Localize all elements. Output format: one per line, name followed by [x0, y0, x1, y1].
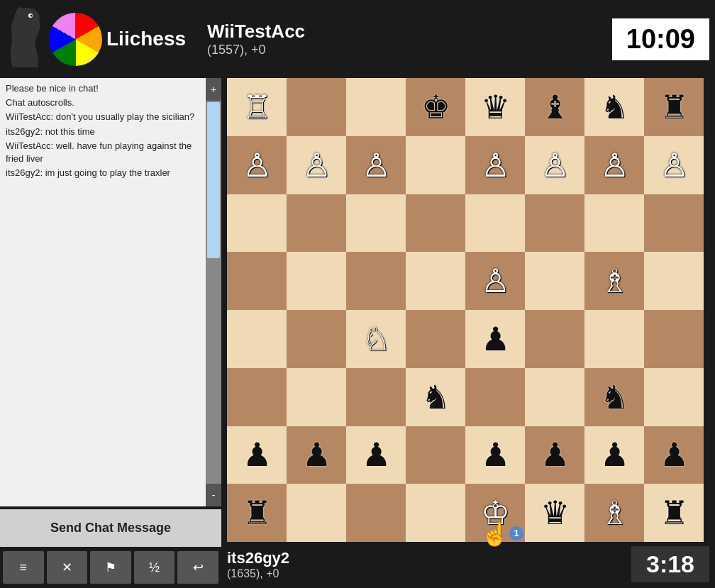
board-cell[interactable]: ♙: [644, 136, 704, 194]
chess-piece: ♟: [243, 438, 272, 471]
board-cell[interactable]: ♟: [346, 426, 406, 484]
board-cell[interactable]: [346, 194, 406, 253]
board-cell[interactable]: ♟: [465, 426, 525, 484]
resign-button[interactable]: ✕: [47, 551, 88, 584]
board-cell[interactable]: [644, 310, 704, 368]
board-cell[interactable]: [644, 194, 704, 253]
chess-piece: ♙: [660, 149, 689, 182]
board-cell[interactable]: ♙: [465, 136, 525, 194]
chess-piece: ♗: [600, 265, 629, 297]
board-cell[interactable]: [346, 484, 406, 542]
board-cell[interactable]: ♙: [525, 136, 584, 194]
board-cell[interactable]: [227, 252, 287, 310]
menu-button[interactable]: ≡: [3, 551, 44, 584]
scroll-up-button[interactable]: +: [206, 78, 221, 101]
undo-button[interactable]: ↩: [177, 551, 218, 584]
board-cell[interactable]: [287, 194, 346, 253]
board-cell[interactable]: ♖: [227, 78, 287, 136]
action-buttons: ≡ ✕ ⚑ ½ ↩: [0, 547, 221, 588]
chess-piece: ♟: [481, 323, 510, 355]
chess-piece: ♟: [541, 438, 570, 471]
board-cell[interactable]: ♟: [287, 426, 346, 484]
board-cell[interactable]: ♙: [584, 136, 644, 194]
board-cell[interactable]: [584, 310, 644, 368]
board-cell[interactable]: ♝: [525, 78, 584, 136]
chess-piece: ♟: [600, 438, 629, 471]
board-cell[interactable]: [584, 194, 644, 253]
board-cell[interactable]: ♜: [227, 484, 287, 542]
chess-piece: ♛: [541, 497, 570, 529]
scroll-thumb[interactable]: [207, 102, 220, 258]
board-cell[interactable]: ♟: [584, 426, 644, 484]
chess-piece: ♞: [600, 91, 629, 123]
board-cell[interactable]: [406, 252, 465, 310]
board-cell[interactable]: [227, 194, 287, 253]
board-cell[interactable]: [525, 252, 584, 310]
send-chat-button[interactable]: Send Chat Message: [0, 509, 221, 547]
board-cell[interactable]: [525, 194, 584, 253]
board-cell[interactable]: [525, 368, 584, 426]
board-cell[interactable]: [644, 368, 704, 426]
board-cell[interactable]: ♞: [584, 78, 644, 136]
board-cell[interactable]: ♜: [644, 484, 704, 542]
board-cell[interactable]: [406, 426, 465, 484]
left-panel: Please be nice in chat!Chat autoscrolls.…: [0, 78, 221, 588]
opponent-info: WiiTestAcc (1557), +0: [193, 21, 605, 57]
board-cell[interactable]: [287, 252, 346, 310]
chess-piece: ♗: [600, 497, 629, 529]
board-cell[interactable]: [525, 310, 584, 368]
board-cell[interactable]: [346, 252, 406, 310]
draw-button[interactable]: ½: [134, 551, 175, 584]
main-content: Please be nice in chat!Chat autoscrolls.…: [0, 78, 715, 588]
board-area: ♖♚♛♝♞♜♙♙♙♙♙♙♙♙♗♘♟♞♞♟♟♟♟♟♟♟♜♔☝1♛♗♜ its26g…: [221, 78, 715, 588]
board-cell[interactable]: [287, 368, 346, 426]
chat-area: Please be nice in chat!Chat autoscrolls.…: [0, 78, 221, 506]
chess-piece: ♙: [243, 149, 272, 182]
board-cell[interactable]: ♙: [227, 136, 287, 194]
chat-message: WiiTestAcc: don't you usually play the s…: [6, 111, 200, 123]
board-cell[interactable]: ♜: [644, 78, 704, 136]
chess-piece: ♜: [243, 497, 272, 529]
board-cell[interactable]: [227, 368, 287, 426]
board-cell[interactable]: [465, 194, 525, 253]
board-cell[interactable]: [287, 78, 346, 136]
flag-button[interactable]: ⚑: [90, 551, 131, 584]
board-cell[interactable]: ♘: [346, 310, 406, 368]
chess-piece: ♔: [481, 497, 510, 529]
opponent-clock: 10:09: [612, 18, 709, 60]
board-cell[interactable]: [406, 136, 465, 194]
chat-messages: Please be nice in chat!Chat autoscrolls.…: [0, 78, 206, 506]
board-cell[interactable]: ♟: [465, 310, 525, 368]
board-cell[interactable]: ♔☝1: [465, 484, 525, 542]
board-cell[interactable]: ♗: [584, 484, 644, 542]
board-cell[interactable]: [287, 484, 346, 542]
board-cell[interactable]: ♟: [227, 426, 287, 484]
board-cell[interactable]: [465, 368, 525, 426]
board-cell[interactable]: [644, 252, 704, 310]
board-cell[interactable]: ♚: [406, 78, 465, 136]
board-cell[interactable]: [346, 368, 406, 426]
board-cell[interactable]: [227, 310, 287, 368]
board-cell[interactable]: ♗: [584, 252, 644, 310]
board-cell[interactable]: [406, 310, 465, 368]
board-cell[interactable]: ♙: [346, 136, 406, 194]
board-cell[interactable]: ♙: [465, 252, 525, 310]
scroll-down-button[interactable]: -: [206, 484, 221, 506]
chess-piece: ♟: [660, 438, 689, 471]
board-cell[interactable]: ♞: [406, 368, 465, 426]
board-cell[interactable]: ♛: [525, 484, 584, 542]
board-cell[interactable]: ♙: [287, 136, 346, 194]
chess-piece: ♖: [243, 91, 272, 123]
board-cell[interactable]: [287, 310, 346, 368]
board-cell[interactable]: [406, 194, 465, 253]
board-cell[interactable]: ♟: [525, 426, 584, 484]
chess-piece: ♙: [362, 149, 391, 182]
chess-piece: ♙: [481, 265, 510, 297]
chess-piece: ♚: [421, 91, 450, 123]
board-cell[interactable]: ♞: [584, 368, 644, 426]
chess-piece: ♞: [600, 381, 629, 414]
board-cell[interactable]: [346, 78, 406, 136]
board-cell[interactable]: [406, 484, 465, 542]
board-cell[interactable]: ♛: [465, 78, 525, 136]
board-cell[interactable]: ♟: [644, 426, 704, 484]
